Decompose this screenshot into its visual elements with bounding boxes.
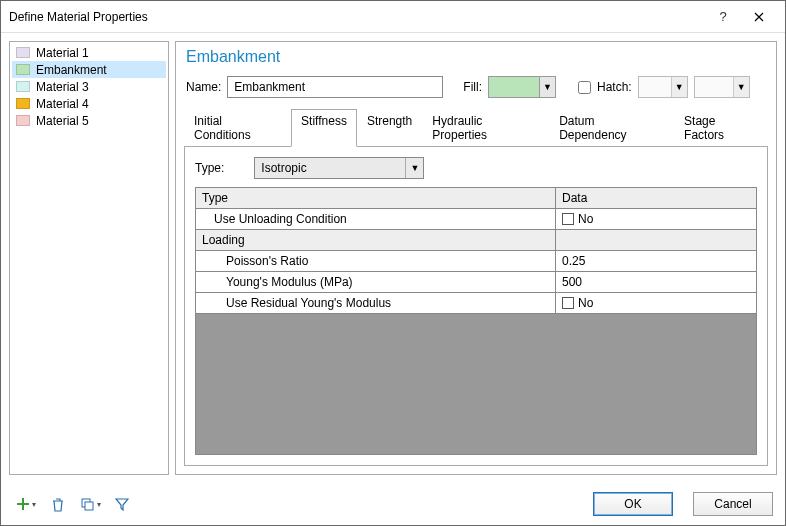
material-swatch <box>16 115 30 126</box>
dialog: Define Material Properties ? Material 1E… <box>0 0 786 526</box>
grid-cell-label: Poisson's Ratio <box>196 251 556 271</box>
grid-cell-value: No <box>578 212 593 226</box>
tab-hydraulic-properties[interactable]: Hydraulic Properties <box>422 109 549 147</box>
grid-row[interactable]: Use Unloading ConditionNo <box>196 209 756 230</box>
grid-cell-label: Young's Modulus (MPa) <box>196 272 556 292</box>
hatch-pattern-select[interactable]: ▼ <box>638 76 688 98</box>
material-list-item[interactable]: Material 1 <box>12 44 166 61</box>
plus-icon <box>16 497 30 511</box>
chevron-down-icon: ▼ <box>539 77 555 97</box>
material-list-item[interactable]: Material 3 <box>12 78 166 95</box>
material-list-item[interactable]: Material 4 <box>12 95 166 112</box>
type-label: Type: <box>195 161 224 175</box>
material-list-label: Material 4 <box>36 97 89 111</box>
grid-empty-area <box>196 314 756 454</box>
grid-cell-label: Use Residual Young's Modulus <box>196 293 556 313</box>
name-label: Name: <box>186 80 221 94</box>
filter-button[interactable] <box>109 492 135 516</box>
grid-section-row: Loading <box>196 230 756 251</box>
material-swatch <box>16 81 30 92</box>
material-list-label: Material 3 <box>36 80 89 94</box>
stiffness-grid: Type Data Use Unloading ConditionNoLoadi… <box>195 187 757 455</box>
name-input[interactable] <box>227 76 443 98</box>
grid-header: Type Data <box>196 188 756 209</box>
name-row: Name: Fill: ▼ Hatch: ▼ ▼ <box>184 76 768 98</box>
svg-rect-1 <box>85 502 93 510</box>
tab-stage-factors[interactable]: Stage Factors <box>674 109 768 147</box>
tab-stiffness[interactable]: Stiffness <box>291 109 357 147</box>
col-header-type: Type <box>196 188 556 208</box>
help-button[interactable]: ? <box>705 5 741 29</box>
fill-label: Fill: <box>463 80 482 94</box>
hatch-label: Hatch: <box>597 80 632 94</box>
chevron-down-icon: ▼ <box>405 158 423 178</box>
close-button[interactable] <box>741 5 777 29</box>
window-title: Define Material Properties <box>9 10 148 24</box>
close-icon <box>754 12 764 22</box>
cancel-button[interactable]: Cancel <box>693 492 773 516</box>
dialog-body: Material 1EmbankmentMaterial 3Material 4… <box>1 33 785 483</box>
chevron-down-icon: ▾ <box>32 500 36 509</box>
grid-cell-data[interactable]: 0.25 <box>556 251 756 271</box>
tab-strength[interactable]: Strength <box>357 109 422 147</box>
grid-row[interactable]: Young's Modulus (MPa)500 <box>196 272 756 293</box>
titlebar: Define Material Properties ? <box>1 1 785 33</box>
add-material-button[interactable]: ▾ <box>13 492 39 516</box>
grid-row[interactable]: Use Residual Young's ModulusNo <box>196 293 756 314</box>
grid-cell-data[interactable]: No <box>556 209 756 229</box>
delete-material-button[interactable] <box>45 492 71 516</box>
checkbox-icon <box>562 213 574 225</box>
material-list-label: Material 1 <box>36 46 89 60</box>
material-swatch <box>16 47 30 58</box>
filter-icon <box>115 497 129 511</box>
material-list-label: Material 5 <box>36 114 89 128</box>
material-list-item[interactable]: Material 5 <box>12 112 166 129</box>
chevron-down-icon: ▼ <box>733 77 749 97</box>
material-list: Material 1EmbankmentMaterial 3Material 4… <box>9 41 169 475</box>
hatch-color-select[interactable]: ▼ <box>694 76 750 98</box>
grid-cell-value: No <box>578 296 593 310</box>
material-title: Embankment <box>184 48 768 66</box>
stiffness-tab-body: Type: Isotropic ▼ Type Data Use Unloadin… <box>184 147 768 466</box>
hatch-checkbox-input[interactable] <box>578 81 591 94</box>
grid-cell-label: Loading <box>196 230 556 250</box>
chevron-down-icon: ▾ <box>97 500 101 509</box>
grid-cell-data[interactable]: No <box>556 293 756 313</box>
checkbox-icon <box>562 297 574 309</box>
grid-row[interactable]: Poisson's Ratio0.25 <box>196 251 756 272</box>
hatch-checkbox[interactable]: Hatch: <box>574 78 632 97</box>
fill-select[interactable]: ▼ <box>488 76 556 98</box>
tabs: Initial ConditionsStiffnessStrengthHydra… <box>184 108 768 147</box>
trash-icon <box>51 497 65 512</box>
type-value: Isotropic <box>261 161 306 175</box>
ok-button[interactable]: OK <box>593 492 673 516</box>
grid-cell-data <box>556 230 756 250</box>
tab-datum-dependency[interactable]: Datum Dependency <box>549 109 674 147</box>
material-swatch <box>16 98 30 109</box>
grid-cell-value: 500 <box>562 275 582 289</box>
footer: ▾ ▾ OK Cancel <box>1 483 785 525</box>
copy-icon <box>80 497 95 512</box>
main-panel: Embankment Name: Fill: ▼ Hatch: ▼ <box>175 41 777 475</box>
tab-initial-conditions[interactable]: Initial Conditions <box>184 109 291 147</box>
material-list-label: Embankment <box>36 63 107 77</box>
grid-cell-data[interactable]: 500 <box>556 272 756 292</box>
type-select[interactable]: Isotropic ▼ <box>254 157 424 179</box>
material-swatch <box>16 64 30 75</box>
grid-cell-label: Use Unloading Condition <box>196 209 556 229</box>
copy-material-button[interactable]: ▾ <box>77 492 103 516</box>
fill-swatch <box>489 77 539 97</box>
chevron-down-icon: ▼ <box>671 77 687 97</box>
col-header-data: Data <box>556 188 756 208</box>
grid-cell-value: 0.25 <box>562 254 585 268</box>
material-list-item[interactable]: Embankment <box>12 61 166 78</box>
type-row: Type: Isotropic ▼ <box>195 157 757 179</box>
